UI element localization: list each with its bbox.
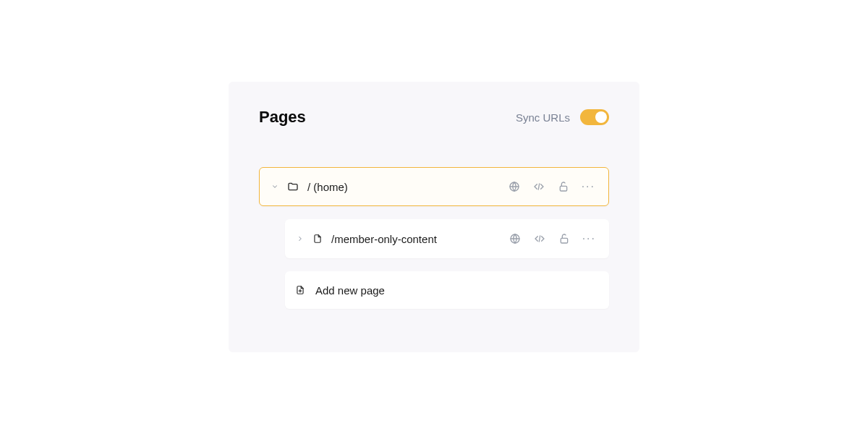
file-plus-icon [295,284,305,296]
svg-line-2 [538,184,539,190]
chevron-right-icon[interactable] [295,235,305,242]
unlock-icon[interactable] [558,232,571,245]
toggle-knob [595,111,607,123]
globe-icon[interactable] [509,232,522,245]
page-row-actions: ··· [509,232,596,245]
page-row-label: /member-only-content [331,233,509,245]
globe-icon[interactable] [508,180,521,193]
chevron-down-icon[interactable] [270,183,280,190]
page-row-label: / (home) [307,181,508,193]
page-row-actions: ··· [508,180,595,193]
add-new-page-label: Add new page [315,284,596,297]
panel-title: Pages [259,108,306,127]
unlock-icon[interactable] [557,180,570,193]
sync-urls-label: Sync URLs [516,111,570,124]
more-icon[interactable]: ··· [582,233,596,244]
sync-urls-toggle[interactable] [580,109,609,125]
pages-panel: Pages Sync URLs / (home) [229,82,639,352]
svg-rect-7 [561,238,567,243]
file-icon [312,233,323,244]
code-icon[interactable] [532,180,545,193]
code-icon[interactable] [533,232,546,245]
svg-line-6 [539,236,540,242]
svg-rect-3 [560,186,566,191]
panel-header: Pages Sync URLs [259,108,609,127]
page-row-home[interactable]: / (home) ··· [259,167,609,206]
page-rows: / (home) ··· /member-on [259,167,609,309]
add-new-page-button[interactable]: Add new page [285,271,609,309]
page-row-member-only-content[interactable]: /member-only-content ··· [285,219,609,258]
folder-icon [287,181,299,192]
sync-urls-control: Sync URLs [516,109,609,125]
more-icon[interactable]: ··· [582,181,595,192]
